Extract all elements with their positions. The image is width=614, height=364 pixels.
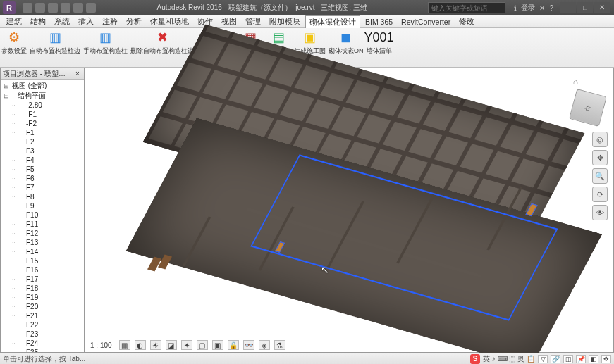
- ribbon-button-9[interactable]: Y001墙体清单: [365, 28, 393, 58]
- ime-badge-icon[interactable]: S: [470, 354, 480, 364]
- ribbon-button-1[interactable]: ▥自动布置构造柱边: [28, 28, 82, 58]
- ribbon-tab-3[interactable]: 插入: [75, 15, 97, 28]
- select-pinned-icon[interactable]: 📌: [576, 355, 586, 363]
- tree-floor-item[interactable]: F24: [4, 339, 82, 348]
- steering-wheel-icon[interactable]: ◎: [592, 132, 608, 147]
- qat-save-icon[interactable]: [35, 3, 45, 13]
- ribbon-tab-9[interactable]: 管理: [242, 15, 264, 28]
- tree-floor-item[interactable]: F21: [4, 311, 82, 320]
- tree-floor-item[interactable]: F8: [4, 192, 82, 201]
- tree-floor-item[interactable]: F9: [4, 201, 82, 211]
- infocenter-icon[interactable]: ℹ: [514, 4, 517, 12]
- project-browser-tree[interactable]: 视图 (全部) 结构平面 -2.80-F1-F2F1F2F3F4F5F6F7F8…: [1, 80, 84, 352]
- building-model[interactable]: [106, 74, 603, 330]
- tree-floor-item[interactable]: F3: [4, 146, 82, 156]
- select-underlay-icon[interactable]: ◫: [563, 355, 573, 363]
- ribbon-button-label: 删除自动布置构造柱边: [130, 47, 194, 54]
- qat-undo-icon[interactable]: [48, 3, 58, 13]
- qat-print-icon[interactable]: [73, 3, 83, 13]
- orbit-icon[interactable]: ⟳: [592, 187, 608, 202]
- tree-floor-item[interactable]: -F1: [4, 110, 82, 119]
- tree-floor-item[interactable]: F1: [4, 128, 82, 137]
- detail-level-icon[interactable]: ▦: [119, 340, 130, 350]
- tree-root-views[interactable]: 视图 (全部): [4, 81, 82, 91]
- zoom-icon[interactable]: 🔍: [592, 168, 608, 184]
- ribbon-tab-11[interactable]: 砌体深化设计: [305, 15, 360, 30]
- ribbon-button-2[interactable]: ▥手动布置构造柱: [82, 28, 129, 58]
- ribbon-tab-0[interactable]: 建筑: [3, 15, 25, 28]
- tree-floor-item[interactable]: F23: [4, 330, 82, 339]
- tree-category-structural-plans[interactable]: 结构平面: [4, 91, 82, 101]
- tree-floor-item[interactable]: F16: [4, 265, 82, 275]
- ime-status-text[interactable]: 英 ♪ ⌨ ⬚ 奥 📋: [483, 354, 535, 364]
- ribbon-button-3[interactable]: ✖删除自动布置构造柱边: [129, 28, 195, 58]
- ribbon-tab-10[interactable]: 附加模块: [266, 15, 304, 28]
- ribbon-tab-8[interactable]: 视图: [218, 15, 240, 28]
- select-face-icon[interactable]: ◧: [589, 355, 598, 363]
- tree-floor-item[interactable]: F10: [4, 211, 82, 220]
- temp-hide-icon[interactable]: 👓: [243, 340, 254, 350]
- ribbon-tab-6[interactable]: 体量和场地: [147, 15, 192, 28]
- help-icon[interactable]: ?: [549, 4, 553, 12]
- tree-floor-item[interactable]: F19: [4, 293, 82, 302]
- lookaround-icon[interactable]: 👁: [592, 205, 608, 220]
- tree-floor-item[interactable]: -2.80: [4, 101, 82, 110]
- crop-region-icon[interactable]: ▣: [212, 340, 223, 350]
- tree-floor-item[interactable]: F20: [4, 302, 82, 311]
- viewcube-home-icon[interactable]: ⌂: [573, 77, 578, 87]
- select-links-icon[interactable]: 🔗: [551, 355, 560, 363]
- tree-floor-item[interactable]: F11: [4, 220, 82, 229]
- filter-icon[interactable]: ▽: [538, 355, 548, 363]
- ribbon-button-0[interactable]: ⚙参数设置: [0, 28, 28, 58]
- tree-floor-item[interactable]: F15: [4, 256, 82, 265]
- tree-floor-item[interactable]: F14: [4, 247, 82, 256]
- qat-measure-icon[interactable]: [86, 3, 96, 13]
- tree-floor-item[interactable]: F12: [4, 229, 82, 238]
- tree-floor-item[interactable]: F17: [4, 275, 82, 284]
- tree-floor-item[interactable]: F7: [4, 183, 82, 192]
- navigation-bar: ◎ ✥ 🔍 ⟳ 👁: [592, 132, 608, 220]
- ribbon-button-label: 墙体清单: [367, 47, 392, 54]
- exchange-icon[interactable]: ✕: [539, 4, 545, 12]
- tree-floor-item[interactable]: F5: [4, 165, 82, 174]
- ribbon-tab-12[interactable]: BIM 365: [362, 16, 396, 27]
- qat-open-icon[interactable]: [23, 3, 32, 13]
- qat-redo-icon[interactable]: [61, 3, 70, 13]
- lock-view-icon[interactable]: 🔒: [228, 340, 239, 350]
- close-button[interactable]: ✕: [594, 2, 610, 13]
- ribbon-tab-1[interactable]: 结构: [27, 15, 49, 28]
- drag-elements-icon[interactable]: ✥: [601, 355, 611, 363]
- tree-floor-item[interactable]: F25: [4, 348, 82, 352]
- ribbon-tab-13[interactable]: RevitConverter: [398, 16, 454, 27]
- project-browser-close-icon[interactable]: ×: [73, 70, 82, 77]
- crop-view-icon[interactable]: ▢: [197, 340, 208, 350]
- 3d-viewport[interactable]: — □ ✕: [85, 68, 614, 353]
- tree-floor-item[interactable]: -F2: [4, 119, 82, 128]
- visual-style-icon[interactable]: ◐: [135, 340, 146, 350]
- rendering-icon[interactable]: ✦: [181, 340, 192, 350]
- sun-path-icon[interactable]: ☀: [150, 340, 161, 350]
- reveal-hidden-icon[interactable]: ◈: [259, 340, 270, 350]
- ribbon-tab-14[interactable]: 修改: [455, 15, 478, 28]
- minimize-button[interactable]: —: [560, 2, 576, 13]
- project-browser-title[interactable]: 项目浏览器 - 联塑建筑（源文件）_joe.rvt ×: [1, 68, 84, 80]
- analytical-icon[interactable]: ⚗: [274, 340, 285, 350]
- tree-floor-item[interactable]: F6: [4, 174, 82, 183]
- tree-floor-item[interactable]: F2: [4, 137, 82, 146]
- login-link[interactable]: 登录: [521, 3, 535, 13]
- view-scale[interactable]: 1 : 100: [87, 341, 115, 349]
- tree-floor-item[interactable]: F4: [4, 156, 82, 165]
- ribbon-button-8[interactable]: ◼砌体状态ON: [327, 28, 365, 58]
- ribbon-tab-2[interactable]: 系统: [51, 15, 73, 28]
- ribbon-tab-4[interactable]: 注释: [99, 15, 121, 28]
- tree-floor-item[interactable]: F22: [4, 320, 82, 330]
- tree-floor-item[interactable]: F13: [4, 238, 82, 247]
- tree-floor-item[interactable]: F18: [4, 284, 82, 293]
- app-logo[interactable]: R: [3, 1, 16, 14]
- shadows-icon[interactable]: ◪: [166, 340, 177, 350]
- pan-icon[interactable]: ✥: [592, 150, 608, 165]
- model-canvas[interactable]: ↖: [85, 68, 613, 352]
- maximize-button[interactable]: □: [577, 2, 593, 13]
- ribbon-tab-5[interactable]: 分析: [123, 15, 145, 28]
- search-input[interactable]: [428, 2, 505, 13]
